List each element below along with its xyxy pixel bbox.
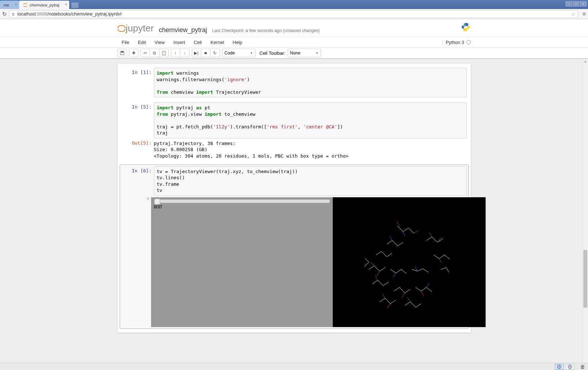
svg-point-66 <box>558 366 560 367</box>
tab-label: chemview_pytraj <box>30 3 59 7</box>
svg-line-38 <box>410 302 416 307</box>
slider-handle[interactable] <box>154 199 160 204</box>
python-logo-icon <box>461 22 471 32</box>
frame-label: 0/37 <box>154 204 330 210</box>
svg-line-12 <box>387 253 392 257</box>
cut-button[interactable]: ✂ <box>141 49 150 57</box>
svg-line-46 <box>446 268 449 272</box>
restart-button[interactable]: ↻ <box>211 49 220 57</box>
svg-line-15 <box>437 239 443 242</box>
add-cell-button[interactable]: ✚ <box>129 49 138 57</box>
reload-icon[interactable]: ↻ <box>2 11 7 17</box>
svg-line-48 <box>377 271 380 276</box>
trajectory-viewer: 0/37 <box>151 197 486 327</box>
scrollbar-thumb[interactable] <box>583 250 587 308</box>
menu-edit[interactable]: Edit <box>133 38 150 47</box>
menu-help[interactable]: Help <box>228 38 247 47</box>
cell-output: pytraj.Trajectory, 38 frames: Size: 0.00… <box>154 138 467 161</box>
checkpoint-text: Last Checkpoint: a few seconds ago (unsa… <box>212 28 320 33</box>
svg-line-50 <box>437 238 441 242</box>
jupyter-header: jupyter chemview_pytraj Last Checkpoint:… <box>0 19 588 37</box>
svg-line-49 <box>402 293 405 298</box>
url-host: localhost <box>17 11 36 17</box>
code-input[interactable]: import pytraj as pt from pytraj.view imp… <box>154 102 467 138</box>
copy-button[interactable]: ⧉ <box>150 49 159 57</box>
trash-icon[interactable]: 🗑 <box>580 364 585 367</box>
code-input[interactable]: tv = TrajectoryViewer(traj.xyz, to_chemv… <box>154 166 467 196</box>
svg-line-13 <box>426 237 432 241</box>
menu-view[interactable]: View <box>150 38 169 47</box>
url-path: /notebooks/chemview_pytraj.ipynb# <box>48 11 122 17</box>
svg-point-68 <box>569 366 571 367</box>
save-button[interactable] <box>118 49 127 57</box>
jupyter-favicon <box>23 3 28 8</box>
in-prompt: In [1]: <box>121 68 154 97</box>
svg-line-31 <box>416 287 421 291</box>
notebook: In [1]: import warnings warnings.filterw… <box>118 64 471 332</box>
paste-button[interactable]: 📋 <box>159 49 169 57</box>
menu-cell[interactable]: Cell <box>189 38 206 47</box>
address-row: ↻ 🗎 localhost:8888/notebooks/chemview_py… <box>0 9 588 19</box>
svg-line-47 <box>414 230 419 233</box>
cell-type-select[interactable]: Code <box>222 49 255 57</box>
svg-point-0 <box>464 23 465 24</box>
run-button[interactable]: ▶| <box>192 49 201 57</box>
svg-line-30 <box>405 289 410 293</box>
svg-line-27 <box>383 282 389 286</box>
code-input[interactable]: import warnings warnings.filterwarnings(… <box>154 68 467 97</box>
notebook-name[interactable]: chemview_pytraj <box>159 26 207 34</box>
kernel-indicator[interactable]: Python 3 <box>442 40 470 45</box>
menu-icon[interactable]: ≡ <box>583 11 586 17</box>
menu-kernel[interactable]: Kernel <box>206 38 229 47</box>
svg-line-5 <box>403 228 408 232</box>
svg-line-36 <box>390 300 396 304</box>
svg-line-25 <box>372 280 378 284</box>
minimize-button[interactable]: – <box>566 1 572 6</box>
menu-insert[interactable]: Insert <box>169 38 190 47</box>
scrollbar[interactable]: ▲ ▼ <box>583 59 588 366</box>
svg-line-37 <box>405 302 410 305</box>
browser-tab-0[interactable]: me × <box>0 1 19 9</box>
svg-line-52 <box>371 262 374 266</box>
frame-slider[interactable] <box>154 199 330 203</box>
notebook-scroll-area[interactable]: In [1]: import warnings warnings.filterw… <box>0 59 588 366</box>
close-icon[interactable]: × <box>15 3 17 6</box>
address-bar[interactable]: 🗎 localhost:8888/notebooks/chemview_pytr… <box>9 10 578 18</box>
close-icon[interactable]: × <box>65 3 67 6</box>
browser-tab-1[interactable]: chemview_pytraj × <box>19 1 69 9</box>
in-prompt: In [6]: <box>121 166 154 196</box>
code-cell[interactable]: In [1]: import warnings warnings.filterw… <box>120 66 469 99</box>
taskbar-app-chrome[interactable] <box>555 364 563 367</box>
svg-line-7 <box>387 241 392 244</box>
maximize-button[interactable]: □ <box>573 1 579 6</box>
cell-toolbar-select[interactable]: None <box>288 49 321 57</box>
jupyter-logo[interactable]: jupyter <box>118 23 154 34</box>
new-tab-button[interactable] <box>71 3 79 8</box>
menu-file[interactable]: File <box>118 38 134 47</box>
tab-label: me <box>4 3 9 7</box>
toolbar: ✚ ✂ ⧉ 📋 ↑ ↓ ▶| ■ ↻ Code Cell Toolbar: No… <box>0 48 588 59</box>
page-icon: 🗎 <box>12 12 16 16</box>
scroll-up-icon[interactable]: ▲ <box>583 59 588 64</box>
kernel-name: Python 3 <box>446 40 464 45</box>
svg-line-29 <box>399 287 405 293</box>
svg-line-20 <box>396 269 401 273</box>
close-window-button[interactable]: × <box>580 1 587 6</box>
svg-line-28 <box>394 287 399 291</box>
svg-line-14 <box>432 237 437 242</box>
svg-line-61 <box>408 298 410 302</box>
in-prompt: In [5]: <box>121 102 154 138</box>
svg-line-11 <box>381 251 387 257</box>
move-up-button[interactable]: ↑ <box>171 49 180 57</box>
svg-line-42 <box>445 255 450 259</box>
taskbar-app-chrome-2[interactable] <box>566 364 574 367</box>
svg-line-51 <box>387 304 390 308</box>
code-cell[interactable]: In [6]: tv = TrajectoryViewer(traj.xyz, … <box>120 164 469 329</box>
code-cell[interactable]: In [5]: import pytraj as pt from pytraj.… <box>120 101 469 163</box>
bookmark-icon[interactable]: ☆ <box>571 11 576 17</box>
svg-line-40 <box>434 255 439 259</box>
move-down-button[interactable]: ↓ <box>180 49 190 57</box>
close-output-icon[interactable]: × <box>147 196 151 202</box>
molecule-3d-view[interactable] <box>333 197 486 327</box>
interrupt-button[interactable]: ■ <box>201 49 211 57</box>
